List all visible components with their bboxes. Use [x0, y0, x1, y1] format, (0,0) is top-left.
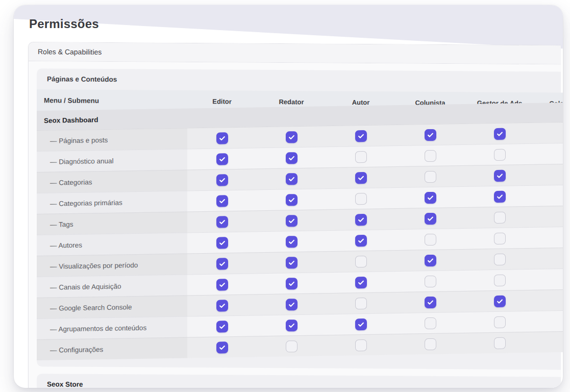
- permission-checkbox[interactable]: [355, 213, 367, 225]
- permission-cell: [534, 174, 563, 175]
- permission-checkbox[interactable]: [286, 194, 298, 206]
- permission-checkbox[interactable]: [216, 258, 228, 270]
- permission-cell: [465, 232, 534, 244]
- permission-checkbox[interactable]: [355, 192, 367, 204]
- permission-checkbox[interactable]: [494, 253, 506, 265]
- permission-cell: [187, 236, 257, 249]
- check-icon: [218, 197, 226, 205]
- permission-checkbox[interactable]: [286, 152, 298, 164]
- check-icon: [427, 193, 434, 201]
- permission-checkbox[interactable]: [216, 321, 228, 332]
- permission-checkbox[interactable]: [286, 257, 298, 268]
- permission-cell: [395, 337, 465, 350]
- permission-checkbox[interactable]: [494, 232, 506, 244]
- check-icon: [288, 217, 295, 225]
- permission-checkbox[interactable]: [286, 278, 298, 289]
- permission-cell: [257, 298, 326, 311]
- permission-cell: [465, 190, 534, 203]
- permission-cell: [257, 340, 326, 353]
- permission-checkbox[interactable]: [355, 255, 367, 267]
- permission-cell: [465, 211, 534, 224]
- permission-checkbox[interactable]: [425, 191, 436, 203]
- permission-checkbox[interactable]: [494, 274, 506, 286]
- permission-cell: [257, 319, 326, 332]
- check-icon: [218, 218, 226, 226]
- permission-checkbox[interactable]: [494, 169, 506, 181]
- permission-checkbox[interactable]: [355, 297, 367, 309]
- permission-checkbox[interactable]: [286, 173, 298, 185]
- permission-checkbox[interactable]: [494, 128, 506, 139]
- check-icon: [288, 175, 295, 183]
- check-icon: [427, 214, 434, 222]
- permission-cell: [326, 192, 395, 205]
- permission-checkbox[interactable]: [355, 339, 367, 351]
- permission-cell: [465, 169, 534, 182]
- permission-cell: [326, 318, 395, 331]
- permission-checkbox[interactable]: [216, 216, 228, 228]
- permission-checkbox[interactable]: [425, 233, 436, 245]
- permission-checkbox[interactable]: [425, 170, 436, 182]
- permission-checkbox[interactable]: [425, 212, 436, 224]
- permission-checkbox[interactable]: [494, 337, 506, 349]
- permission-checkbox[interactable]: [216, 341, 228, 353]
- permission-checkbox[interactable]: [216, 153, 228, 165]
- permission-cell: [257, 173, 326, 185]
- permission-checkbox[interactable]: [286, 299, 298, 310]
- check-icon: [218, 323, 226, 330]
- card-content: Permissões Roles & Capabilities Páginas …: [14, 5, 563, 388]
- permission-cell: [257, 193, 326, 206]
- permission-checkbox[interactable]: [425, 317, 436, 329]
- permission-checkbox[interactable]: [494, 190, 506, 202]
- permission-checkbox[interactable]: [494, 211, 506, 223]
- permission-checkbox[interactable]: [425, 275, 436, 287]
- submenu-label: — Categorias primárias: [37, 191, 187, 214]
- section-title: Páginas e Conteúdos: [37, 68, 561, 92]
- permission-cell: [534, 258, 563, 259]
- check-icon: [218, 134, 226, 142]
- permission-checkbox[interactable]: [425, 338, 436, 350]
- permission-checkbox[interactable]: [494, 295, 506, 307]
- check-icon: [218, 344, 226, 351]
- permission-checkbox[interactable]: [216, 237, 228, 249]
- permission-checkbox[interactable]: [216, 174, 228, 186]
- permission-cell: [187, 132, 257, 144]
- permission-cell: [534, 321, 563, 322]
- permission-cell: [395, 128, 465, 141]
- permission-cell: [326, 172, 395, 184]
- permission-checkbox[interactable]: [355, 172, 367, 183]
- permission-checkbox[interactable]: [494, 149, 506, 160]
- permission-checkbox[interactable]: [355, 234, 367, 246]
- permission-cell: [326, 276, 395, 289]
- permission-cell: [257, 131, 326, 143]
- role-column-header: Redator: [257, 97, 326, 106]
- permission-cell: [534, 216, 563, 217]
- check-icon: [357, 237, 365, 244]
- permission-checkbox[interactable]: [216, 300, 228, 311]
- permission-cell: [395, 275, 465, 287]
- permission-cell: [465, 315, 534, 328]
- permission-cell: [257, 277, 326, 290]
- permission-checkbox[interactable]: [425, 150, 436, 161]
- permission-cell: [187, 299, 257, 312]
- permission-cell: [465, 336, 534, 349]
- permission-checkbox[interactable]: [355, 151, 367, 162]
- permission-checkbox[interactable]: [355, 318, 367, 330]
- permission-checkbox[interactable]: [425, 296, 436, 308]
- permission-checkbox[interactable]: [286, 340, 298, 352]
- permission-checkbox[interactable]: [216, 279, 228, 290]
- permission-checkbox[interactable]: [216, 195, 228, 207]
- permission-checkbox[interactable]: [355, 130, 367, 141]
- permission-checkbox[interactable]: [286, 320, 298, 331]
- app-screenshot-card: Permissões Roles & Capabilities Páginas …: [14, 5, 563, 388]
- check-icon: [496, 172, 504, 179]
- permission-checkbox[interactable]: [286, 236, 298, 248]
- permission-checkbox[interactable]: [425, 129, 436, 140]
- permission-cell: [395, 296, 465, 308]
- permission-checkbox[interactable]: [355, 276, 367, 288]
- permission-checkbox[interactable]: [286, 215, 298, 227]
- permission-cell: [395, 233, 465, 246]
- permission-checkbox[interactable]: [425, 254, 436, 266]
- permission-checkbox[interactable]: [216, 132, 228, 144]
- permission-checkbox[interactable]: [286, 131, 298, 143]
- permission-checkbox[interactable]: [494, 316, 506, 328]
